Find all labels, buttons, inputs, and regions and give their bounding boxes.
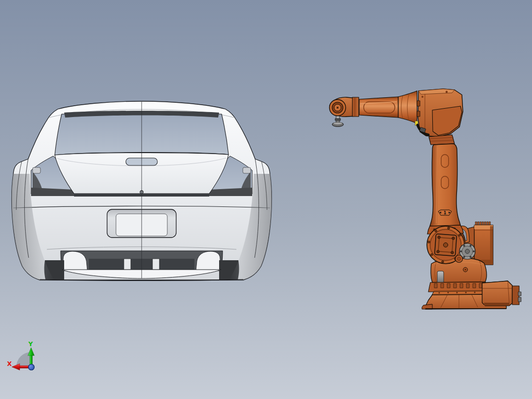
cad-viewport[interactable]: 1 (0, 0, 532, 399)
connector-socket-bottom (518, 297, 521, 302)
valance-post-left (124, 259, 131, 270)
robot-motor-box[interactable] (474, 222, 493, 265)
valance-post-right (152, 259, 159, 270)
axis1-badge-label: 1 (444, 211, 447, 215)
car-model[interactable] (12, 101, 272, 280)
elbow-neck (429, 135, 455, 145)
x-axis-label: X (7, 360, 12, 367)
viewport-canvas[interactable]: 1 (0, 0, 532, 399)
y-axis-label: Y (28, 340, 33, 348)
axis1-badge: 1 (438, 210, 452, 215)
headrest-right (243, 167, 251, 173)
robot-wrist-joint[interactable] (330, 97, 359, 117)
connector-socket-top (518, 292, 521, 296)
z-axis-dot (29, 364, 35, 370)
headrest-left (33, 167, 40, 173)
